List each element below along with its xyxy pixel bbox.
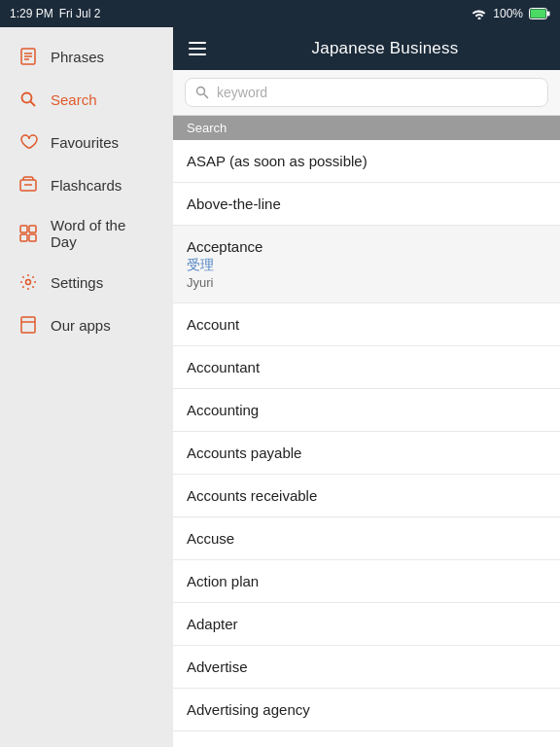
word-english: Adapter <box>187 616 546 632</box>
top-bar: Japanese Business <box>173 27 560 70</box>
svg-rect-2 <box>547 12 550 17</box>
list-item[interactable]: Accounts payable <box>173 432 560 475</box>
svg-rect-14 <box>29 234 36 241</box>
flashcard-icon <box>18 174 39 196</box>
word-romaji: Jyuri <box>187 275 546 290</box>
sidebar-search-label: Search <box>51 91 97 108</box>
word-english: Accounts receivable <box>187 487 546 504</box>
svg-rect-16 <box>21 317 35 333</box>
sidebar-favourites-label: Favourites <box>51 134 119 151</box>
search-bar-container <box>173 70 560 116</box>
document-icon <box>18 46 39 67</box>
list-item[interactable]: Accuse <box>173 517 560 560</box>
sidebar-item-phrases[interactable]: Phrases <box>0 35 173 78</box>
hamburger-button[interactable] <box>189 42 206 55</box>
list-item[interactable]: Advertising agency <box>173 689 560 731</box>
date: Fri Jul 2 <box>59 7 101 20</box>
sidebar-phrases-label: Phrases <box>51 49 104 65</box>
word-english: Above-the-line <box>187 196 546 212</box>
list-item[interactable]: Acceptance受理Jyuri <box>173 226 560 303</box>
word-english: Account <box>187 316 546 333</box>
sidebar-our-apps-label: Our apps <box>51 317 111 334</box>
search-nav-icon <box>18 89 39 110</box>
section-header: Search <box>173 116 560 140</box>
svg-point-15 <box>26 280 31 285</box>
status-bar-right: 100% <box>472 7 550 20</box>
sidebar-word-of-day-label: Word of the Day <box>51 217 156 250</box>
list-item[interactable]: Above-the-line <box>173 183 560 226</box>
list-item[interactable]: Adapter <box>173 603 560 646</box>
word-list[interactable]: ASAP (as soon as possible)Above-the-line… <box>173 140 560 747</box>
search-icon <box>195 86 209 99</box>
svg-point-7 <box>22 93 32 103</box>
battery-icon <box>529 8 550 19</box>
svg-rect-1 <box>531 10 546 18</box>
right-panel: Japanese Business Search ASAP (as soon a… <box>173 27 560 747</box>
main-layout: Phrases Search Favourites <box>0 27 560 747</box>
word-japanese: 受理 <box>187 257 546 274</box>
svg-line-19 <box>204 94 209 99</box>
svg-rect-12 <box>29 226 36 232</box>
time: 1:29 PM <box>10 7 53 20</box>
book-icon <box>18 314 39 336</box>
sidebar-item-settings[interactable]: Settings <box>0 261 173 303</box>
word-english: Accounting <box>187 402 546 418</box>
sidebar-item-search[interactable]: Search <box>0 78 173 121</box>
list-item[interactable]: Accountant <box>173 346 560 389</box>
word-english: Action plan <box>187 573 546 589</box>
word-english: Advertising agency <box>187 701 546 718</box>
list-item[interactable]: ASAP (as soon as possible) <box>173 140 560 183</box>
status-bar: 1:29 PM Fri Jul 2 100% <box>0 0 560 27</box>
word-english: Advertise <box>187 658 546 675</box>
sidebar-item-flashcards[interactable]: Flashcards <box>0 163 173 206</box>
sidebar-item-favourites[interactable]: Favourites <box>0 121 173 163</box>
grid-icon <box>18 223 39 244</box>
wifi-icon <box>472 8 487 19</box>
sidebar-flashcards-label: Flashcards <box>51 177 122 194</box>
svg-point-18 <box>197 88 205 95</box>
svg-line-8 <box>31 102 36 107</box>
word-english: Accounts payable <box>187 445 546 461</box>
sidebar-settings-label: Settings <box>51 274 103 291</box>
settings-icon <box>18 271 39 293</box>
sidebar-item-word-of-the-day[interactable]: Word of the Day <box>0 206 173 261</box>
battery-level: 100% <box>493 7 523 20</box>
list-item[interactable]: Action plan <box>173 560 560 603</box>
list-item[interactable]: Advertise <box>173 646 560 689</box>
svg-rect-13 <box>20 234 27 241</box>
word-english: Accuse <box>187 530 546 547</box>
heart-icon <box>18 131 39 153</box>
word-english: ASAP (as soon as possible) <box>187 153 546 169</box>
section-label: Search <box>187 121 227 135</box>
list-item[interactable]: Advocate <box>173 731 560 747</box>
sidebar: Phrases Search Favourites <box>0 27 173 747</box>
page-title: Japanese Business <box>226 39 544 58</box>
sidebar-item-our-apps[interactable]: Our apps <box>0 303 173 346</box>
svg-rect-11 <box>20 226 27 232</box>
list-item[interactable]: Accounts receivable <box>173 475 560 517</box>
word-english: Accountant <box>187 359 546 375</box>
list-item[interactable]: Accounting <box>173 389 560 432</box>
search-input-wrapper <box>185 78 548 107</box>
word-english: Acceptance <box>187 238 546 255</box>
list-item[interactable]: Account <box>173 303 560 346</box>
search-input[interactable] <box>217 85 538 100</box>
status-bar-left: 1:29 PM Fri Jul 2 <box>10 7 100 20</box>
